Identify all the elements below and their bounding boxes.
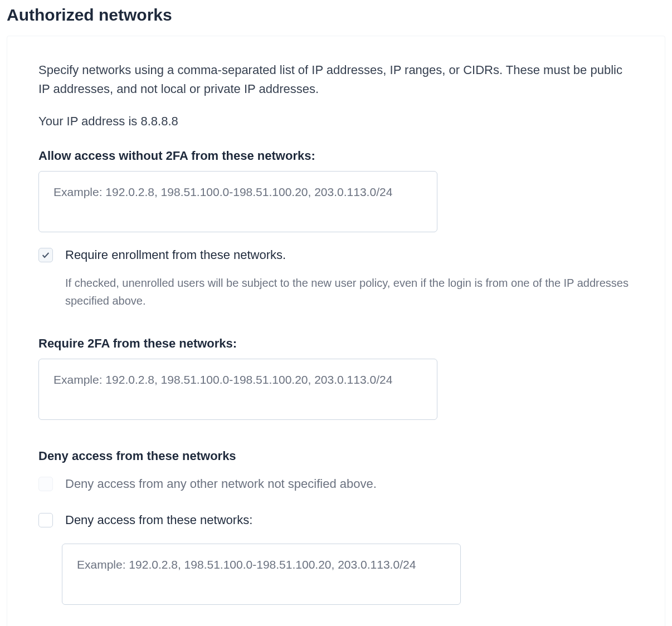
require-enrollment-help: If checked, unenrolled users will be sub… [65,274,634,310]
section-title: Authorized networks [7,6,665,25]
deny-other-row: Deny access from any other network not s… [38,476,634,493]
deny-networks-input[interactable] [62,544,461,605]
allow-networks-input[interactable] [38,171,437,232]
require-enrollment-row: Require enrollment from these networks. [38,247,634,264]
check-icon [41,251,50,260]
deny-these-label: Deny access from these networks: [65,512,252,529]
require-2fa-label: Require 2FA from these networks: [38,336,634,351]
deny-other-label: Deny access from any other network not s… [65,476,377,493]
deny-other-checkbox[interactable] [38,477,53,491]
deny-these-checkbox[interactable] [38,513,53,527]
allow-networks-label: Allow access without 2FA from these netw… [38,149,634,163]
your-ip-text: Your IP address is 8.8.8.8 [38,114,634,129]
deny-heading: Deny access from these networks [38,449,634,463]
require-enrollment-checkbox[interactable] [38,248,53,262]
authorized-networks-section: Authorized networks Specify networks usi… [0,0,672,626]
require-2fa-input[interactable] [38,359,437,420]
settings-card: Specify networks using a comma-separated… [7,36,665,626]
intro-text: Specify networks using a comma-separated… [38,61,634,99]
deny-these-row: Deny access from these networks: [38,512,634,529]
require-enrollment-label: Require enrollment from these networks. [65,247,286,264]
